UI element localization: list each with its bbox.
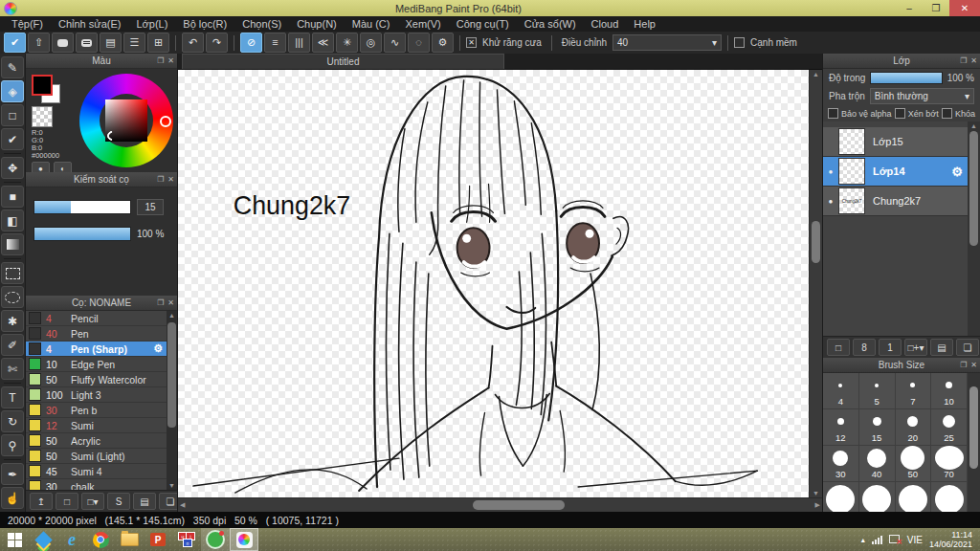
lock-checkbox[interactable]: Khóa bbox=[942, 108, 975, 119]
add-layer-icon[interactable]: □ bbox=[827, 339, 850, 356]
language-indicator[interactable]: VIE bbox=[907, 535, 923, 545]
network-error-icon[interactable]: ✕ bbox=[889, 535, 901, 544]
zing-icon[interactable] bbox=[201, 528, 230, 551]
close-icon[interactable]: ✕ bbox=[970, 56, 977, 65]
brush-size-cell[interactable]: 5 bbox=[859, 373, 896, 409]
add-1bit-layer-icon[interactable]: 1 bbox=[879, 339, 902, 356]
popout-icon[interactable]: ❐ bbox=[960, 361, 967, 369]
blend-dropdown[interactable]: Bình thường▾ bbox=[870, 88, 974, 104]
brush-size-cell[interactable]: 25 bbox=[931, 409, 968, 446]
brush-size-cell[interactable]: 10 bbox=[931, 373, 968, 409]
menu-item[interactable]: Cửa sổ(W) bbox=[517, 18, 584, 30]
start-button[interactable] bbox=[0, 528, 29, 551]
adjust-dropdown[interactable]: 40▾ bbox=[612, 34, 722, 51]
layer-row[interactable]: ● Lớp14 ⚙ bbox=[823, 157, 968, 187]
brush-row[interactable]: 45 Sumi 4 ⚙ bbox=[26, 464, 167, 479]
menu-item[interactable]: Màu (C) bbox=[345, 18, 398, 30]
brush-size-scrollbar[interactable] bbox=[968, 373, 980, 512]
menu-item[interactable]: Tệp(F) bbox=[4, 18, 51, 30]
gradient-tool-icon[interactable] bbox=[1, 233, 24, 255]
chrome-icon[interactable] bbox=[86, 528, 115, 551]
layer-row[interactable]: ● Lớp15 ⚙ bbox=[823, 127, 968, 157]
brush-cloud-upload-icon[interactable]: ↥ bbox=[30, 493, 53, 510]
brush-size-cell[interactable] bbox=[823, 482, 859, 512]
layer-opacity-slider[interactable] bbox=[870, 72, 942, 84]
export-icon[interactable]: ⇧ bbox=[28, 33, 50, 53]
list-settings-icon[interactable]: ☰ bbox=[123, 33, 145, 53]
menu-item[interactable]: Chụp(N) bbox=[289, 18, 345, 30]
brush-opacity-slider[interactable] bbox=[33, 227, 131, 241]
snap-ellipse-icon[interactable]: ◌ bbox=[408, 33, 430, 53]
undo-icon[interactable]: ↶ bbox=[182, 33, 204, 53]
shape-brush-tool-icon[interactable]: □ bbox=[1, 104, 24, 126]
popout-icon[interactable]: ❐ bbox=[157, 298, 164, 307]
snap-vanish-icon[interactable]: ≪ bbox=[312, 33, 334, 53]
menu-item[interactable]: Công cụ(T) bbox=[449, 18, 517, 30]
layer-folder-icon[interactable]: ▤ bbox=[930, 339, 953, 356]
visibility-icon[interactable]: ● bbox=[823, 167, 838, 176]
popout-icon[interactable]: ❐ bbox=[157, 175, 164, 184]
duplicate-layer-icon[interactable]: ❏ bbox=[956, 339, 979, 356]
snap-concentric-icon[interactable]: ◎ bbox=[360, 33, 382, 53]
add-layer-menu-icon[interactable]: □+▾ bbox=[904, 339, 927, 356]
redo-icon[interactable]: ↷ bbox=[206, 33, 228, 53]
script-brush-icon[interactable]: S bbox=[107, 493, 130, 510]
signal-icon[interactable] bbox=[872, 536, 882, 544]
add-brush-icon[interactable]: □ bbox=[56, 493, 78, 510]
rotate-view-tool-icon[interactable]: ↻ bbox=[1, 410, 24, 432]
snap-settings-icon[interactable]: ⚙ bbox=[432, 33, 454, 53]
clipping-checkbox[interactable]: Xén bớt bbox=[895, 108, 939, 119]
menu-item[interactable]: Xem(V) bbox=[397, 18, 448, 30]
restore-button[interactable]: ❐ bbox=[923, 0, 949, 16]
brush-size-slider[interactable] bbox=[33, 200, 131, 214]
select-rect-tool-icon[interactable] bbox=[1, 262, 24, 284]
snap-curve-icon[interactable]: ∿ bbox=[384, 33, 406, 53]
snap-grid-icon[interactable]: ||| bbox=[288, 33, 310, 53]
brush-size-cell[interactable] bbox=[859, 482, 896, 512]
brush-size-cell[interactable]: 70 bbox=[931, 446, 968, 482]
text-tool-icon[interactable]: T bbox=[1, 386, 24, 408]
comment-icon[interactable] bbox=[52, 33, 74, 53]
brush-row[interactable]: 50 Acrylic ⚙ bbox=[26, 433, 167, 449]
material-grid-icon[interactable]: ⊞ bbox=[147, 33, 169, 53]
menu-item[interactable]: Help bbox=[626, 18, 663, 30]
popout-icon[interactable]: ❐ bbox=[157, 56, 164, 65]
select-eraser-tool-icon[interactable]: ✄ bbox=[1, 358, 24, 380]
internet-explorer-icon[interactable]: e bbox=[57, 528, 86, 551]
brush-size-cell[interactable] bbox=[931, 482, 968, 512]
brush-size-value[interactable]: 15 bbox=[137, 199, 164, 215]
brush-row[interactable]: 30 chalk ⚙ bbox=[26, 479, 167, 490]
brush-row[interactable]: 40 Pen ⚙ bbox=[26, 326, 167, 342]
brush-row[interactable]: 10 Edge Pen ⚙ bbox=[26, 357, 167, 372]
brush-row[interactable]: 100 Light 3 ⚙ bbox=[26, 387, 167, 403]
alpha-protect-checkbox[interactable]: Bảo vệ alpha bbox=[828, 108, 892, 119]
canvas-vertical-scrollbar[interactable]: ▲▼ bbox=[809, 70, 822, 497]
brush-size-cell[interactable]: 20 bbox=[896, 409, 932, 446]
close-icon[interactable]: ✕ bbox=[167, 175, 174, 184]
add-8bit-layer-icon[interactable]: 8 bbox=[853, 339, 876, 356]
close-icon[interactable]: ✕ bbox=[167, 56, 174, 65]
brush-row[interactable]: 4 Pen (Sharp) ⚙ bbox=[26, 342, 167, 357]
powerpoint-icon[interactable]: P bbox=[144, 528, 172, 551]
hand-tool-icon[interactable]: ☝ bbox=[1, 487, 24, 509]
close-icon[interactable]: ✕ bbox=[167, 298, 174, 307]
transparent-swatch[interactable] bbox=[32, 106, 53, 127]
tray-expand-icon[interactable]: ▴ bbox=[861, 536, 865, 544]
brush-row[interactable]: 12 Sumi ⚙ bbox=[26, 418, 167, 433]
lasso-tool-icon[interactable] bbox=[1, 286, 24, 308]
medibang-taskbar-icon[interactable] bbox=[230, 528, 258, 551]
save-icon[interactable]: ✔ bbox=[4, 33, 26, 53]
brush-row[interactable]: 4 Pencil ⚙ bbox=[26, 311, 167, 326]
layer-row[interactable]: ● Chung2k7 Chung2k7 ⚙ bbox=[823, 187, 968, 216]
eraser-tool-icon[interactable]: ◈ bbox=[1, 80, 24, 102]
menu-item[interactable]: Lớp(L) bbox=[128, 18, 175, 30]
brush-size-cell[interactable]: 7 bbox=[896, 373, 932, 409]
popout-icon[interactable]: ❐ bbox=[960, 56, 967, 65]
brush-size-cell[interactable]: 50 bbox=[896, 446, 932, 482]
eyedropper-tool-icon[interactable]: ⚲ bbox=[1, 434, 24, 456]
minimize-button[interactable]: – bbox=[896, 0, 923, 16]
close-icon[interactable]: ✕ bbox=[970, 361, 977, 369]
brush-list-scrollbar[interactable]: ▲ ▼ bbox=[167, 311, 177, 490]
soft-edge-checkbox[interactable] bbox=[734, 37, 745, 48]
snap-radial-icon[interactable]: ✳ bbox=[336, 33, 358, 53]
